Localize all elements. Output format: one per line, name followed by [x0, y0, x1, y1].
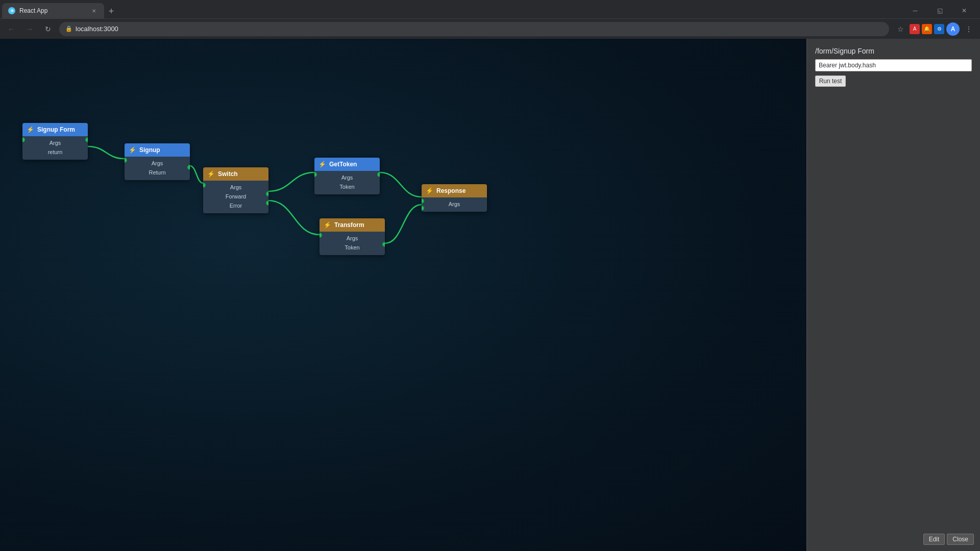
- extension-icon-2[interactable]: 🔔: [922, 24, 932, 34]
- panel-bottom-buttons: Edit Close: [923, 534, 974, 545]
- node-body-signup-form: Args return: [22, 136, 88, 160]
- minimize-button[interactable]: ─: [903, 3, 927, 18]
- node-row: return: [27, 147, 84, 157]
- toolbar-right: ☆ A 🔔 ⚙ A ⋮: [893, 22, 976, 36]
- node-body-transform: Args Token: [320, 232, 385, 255]
- bookmark-button[interactable]: ☆: [893, 22, 908, 36]
- node-icon-gettoken: ⚡: [318, 161, 326, 168]
- node-body-gettoken: Args Token: [314, 171, 380, 194]
- node-icon-switch: ⚡: [207, 170, 215, 178]
- node-response[interactable]: ⚡ Response Args: [422, 184, 487, 212]
- back-button[interactable]: ←: [4, 22, 18, 36]
- node-label-signup: Signup: [139, 146, 160, 154]
- node-body-switch: Args Forward Error: [203, 181, 268, 213]
- node-row: Args: [27, 138, 84, 147]
- node-row: Error: [207, 201, 264, 210]
- node-label-transform: Transform: [334, 221, 364, 229]
- url-text: localhost:3000: [76, 25, 118, 33]
- content-area: ⚡ Signup Form Args return ⚡ Signup Args …: [0, 39, 980, 551]
- panel-title: /form/Signup Form: [807, 39, 980, 59]
- menu-button[interactable]: ⋮: [962, 22, 976, 36]
- node-header-signup: ⚡ Signup: [125, 143, 190, 157]
- node-gettoken[interactable]: ⚡ GetToken Args Token: [314, 158, 380, 194]
- port-right-signup-form[interactable]: [85, 137, 88, 142]
- extension-icon-1[interactable]: A: [910, 24, 920, 34]
- edit-button[interactable]: Edit: [923, 534, 945, 545]
- node-label-signup-form: Signup Form: [37, 126, 75, 133]
- tab-favicon: ⚛: [8, 7, 15, 14]
- node-icon-response: ⚡: [426, 187, 433, 194]
- security-icon: 🔒: [65, 26, 72, 32]
- node-icon-transform: ⚡: [324, 221, 331, 229]
- address-bar[interactable]: 🔒 localhost:3000: [59, 22, 889, 36]
- node-row: Args: [318, 173, 376, 182]
- node-switch[interactable]: ⚡ Switch Args Forward Error: [203, 167, 268, 213]
- flow-canvas[interactable]: ⚡ Signup Form Args return ⚡ Signup Args …: [0, 39, 806, 551]
- extension-icon-3[interactable]: ⚙: [934, 24, 944, 34]
- restore-button[interactable]: ◱: [928, 3, 951, 18]
- node-row: Return: [129, 168, 186, 177]
- node-row: Token: [324, 243, 381, 252]
- port-right-error-switch[interactable]: [266, 201, 268, 206]
- node-icon-signup: ⚡: [129, 146, 136, 154]
- node-row: Args: [129, 159, 186, 168]
- node-row: Args: [207, 183, 264, 192]
- node-body-response: Args: [422, 197, 487, 212]
- new-tab-button[interactable]: +: [104, 4, 118, 18]
- tab-title: React App: [19, 7, 86, 14]
- node-signup-form[interactable]: ⚡ Signup Form Args return: [22, 123, 88, 160]
- node-row: Forward: [207, 192, 264, 201]
- port-right-signup[interactable]: [187, 165, 190, 170]
- connections-svg: [0, 39, 806, 551]
- forward-button[interactable]: →: [22, 22, 37, 36]
- tab-bar: ⚛ React App ✕ + ─ ◱ ✕: [0, 0, 980, 18]
- port-right-transform[interactable]: [382, 242, 385, 247]
- panel-token-value: Bearer jwt.body.hash: [819, 62, 876, 69]
- port-right-forward-switch[interactable]: [266, 191, 268, 196]
- node-header-switch: ⚡ Switch: [203, 167, 268, 181]
- node-label-switch: Switch: [218, 170, 238, 178]
- port-right-gettoken[interactable]: [377, 172, 380, 177]
- node-header-response: ⚡ Response: [422, 184, 487, 197]
- panel-close-button[interactable]: Close: [947, 534, 974, 545]
- node-header-gettoken: ⚡ GetToken: [314, 158, 380, 171]
- right-panel: /form/Signup Form Bearer jwt.body.hash R…: [806, 39, 980, 551]
- profile-avatar[interactable]: A: [946, 22, 960, 36]
- reload-button[interactable]: ↻: [41, 22, 55, 36]
- node-row: Args: [324, 234, 381, 243]
- node-signup[interactable]: ⚡ Signup Args Return: [125, 143, 190, 180]
- tab-close-button[interactable]: ✕: [90, 7, 98, 15]
- active-tab[interactable]: ⚛ React App ✕: [2, 3, 104, 18]
- node-icon-signup-form: ⚡: [27, 126, 34, 133]
- node-header-transform: ⚡ Transform: [320, 218, 385, 232]
- node-header-signup-form: ⚡ Signup Form: [22, 123, 88, 136]
- node-row: Token: [318, 182, 376, 191]
- node-label-gettoken: GetToken: [329, 161, 357, 168]
- node-label-response: Response: [436, 187, 465, 194]
- node-row: Args: [426, 199, 483, 209]
- browser-chrome: ⚛ React App ✕ + ─ ◱ ✕ ← → ↻ 🔒 localhost:…: [0, 0, 980, 39]
- node-transform[interactable]: ⚡ Transform Args Token: [320, 218, 385, 255]
- node-body-signup: Args Return: [125, 157, 190, 180]
- close-button[interactable]: ✕: [952, 3, 976, 18]
- toolbar: ← → ↻ 🔒 localhost:3000 ☆ A 🔔 ⚙ A ⋮: [0, 18, 980, 39]
- panel-token-input[interactable]: Bearer jwt.body.hash: [815, 59, 972, 71]
- run-test-button[interactable]: Run test: [815, 76, 846, 87]
